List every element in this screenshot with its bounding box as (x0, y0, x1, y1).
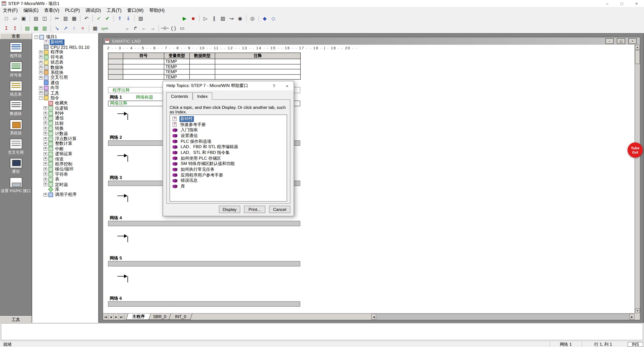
help-topic-libraries[interactable]: 库 (170, 184, 287, 189)
expand-toggle[interactable]: + (39, 66, 43, 69)
clear-bookmarks-icon[interactable]: ◇ (269, 14, 277, 23)
expand-toggle[interactable]: + (39, 76, 43, 80)
print-preview-icon[interactable]: ◫ (40, 14, 49, 23)
stop-icon[interactable]: ■ (189, 14, 197, 23)
restore-icon[interactable]: ◱ (617, 38, 625, 44)
open-rung-arrow[interactable] (117, 232, 129, 242)
tree-item-counters[interactable]: +计数器 (32, 131, 98, 136)
trend-view-icon[interactable]: ↝ (227, 14, 236, 23)
tubeget-watermark-badge[interactable]: Tube Get (628, 143, 643, 158)
expand-toggle[interactable]: + (44, 167, 47, 171)
bookmark-icon[interactable]: ◆ (260, 14, 269, 23)
run-icon[interactable]: ▶ (180, 14, 189, 23)
data-type-cell[interactable] (189, 69, 215, 74)
expand-toggle[interactable]: + (44, 162, 47, 166)
tab-index[interactable]: Index (193, 92, 212, 100)
expand-toggle[interactable]: + (44, 137, 47, 141)
tab-scroll-prev[interactable]: ◀ (108, 314, 114, 320)
new-file-icon[interactable]: □ (2, 14, 11, 23)
comment-cell[interactable] (215, 74, 301, 79)
help-topic-quick-reference[interactable]: 快速参考手册 (170, 122, 287, 127)
data-type-cell[interactable] (189, 59, 215, 64)
menu-help[interactable]: 帮助(H) (146, 7, 168, 13)
open-rung-arrow[interactable] (117, 272, 129, 283)
nav-item-status-chart[interactable]: 状态表 (0, 80, 32, 99)
navigate-top-icon[interactable]: ↑ (70, 24, 78, 32)
close-icon[interactable]: × (280, 81, 294, 90)
tree-item-convert[interactable]: +转换 (32, 126, 98, 131)
options-icon[interactable]: ▧ (136, 14, 145, 23)
expand-toggle[interactable]: + (44, 106, 47, 110)
tree-item-tools[interactable]: +工具 (32, 91, 98, 96)
tree-item-shift-rotate[interactable]: +移位/循环 (32, 167, 98, 172)
expand-toggle[interactable]: + (39, 56, 43, 59)
expand-toggle[interactable]: + (44, 132, 47, 136)
scroll-right-icon[interactable]: ▶ (630, 314, 635, 320)
tab-int-0[interactable]: INT_0 (169, 314, 192, 320)
tree-item-cpu[interactable]: CPU 221 REL 01.10 (32, 45, 98, 50)
maximize-button[interactable]: □ (614, 0, 629, 7)
cancel-button[interactable]: Cancel (269, 206, 290, 213)
menu-debug[interactable]: 调试(D) (83, 7, 104, 13)
vertical-scrollbar[interactable]: ▲ ▼ (634, 45, 640, 313)
nav-item-data-block[interactable]: 数据块 (0, 99, 32, 119)
help-topic-whats-new[interactable]: 新特性 (170, 116, 287, 122)
scroll-up-icon[interactable]: ▲ (635, 45, 640, 50)
var-type-cell[interactable]: TEMP (164, 74, 189, 79)
menu-plc[interactable]: PLC(P) (62, 7, 83, 13)
line-left-icon[interactable]: ← (140, 24, 148, 32)
nav-item-set-pg-pc-interface[interactable]: 设置 PG/PC 接口 (0, 177, 32, 196)
comment-cell[interactable] (215, 59, 301, 64)
address-grid-icon[interactable]: ▦ (91, 24, 99, 32)
nav-item-symbol-table[interactable]: 符号表 (0, 61, 32, 80)
symbol-table-icon[interactable]: ▤ (23, 24, 31, 32)
tree-item-communications[interactable]: 通信 (32, 80, 98, 85)
var-type-cell[interactable]: TEMP (164, 59, 189, 64)
nav-footer-tools[interactable]: 工具 (0, 316, 32, 323)
nav-item-system-block[interactable]: 系统块 (0, 119, 32, 138)
insert-coil-icon[interactable]: ( ) (169, 24, 178, 32)
comment-cell[interactable] (215, 69, 301, 74)
compile-icon[interactable]: ✓ (95, 14, 103, 23)
tree-item-data-block[interactable]: +数据块 (32, 65, 98, 70)
navigate-up-icon[interactable]: ↗ (61, 24, 70, 32)
expand-toggle[interactable]: + (44, 172, 47, 176)
tree-item-libraries[interactable]: 库 (32, 187, 98, 192)
insert-row-icon[interactable]: ↧ (2, 24, 11, 32)
expand-toggle[interactable]: - (39, 96, 43, 100)
tree-item-table[interactable]: +表 (32, 177, 98, 182)
delete-row-icon[interactable]: ↥ (11, 24, 19, 32)
nav-item-program-block[interactable]: 程序块 (0, 41, 32, 61)
expand-toggle[interactable]: + (44, 193, 47, 197)
lad-titlebar[interactable]: SIMATIC LAD – ◱ × (103, 37, 640, 45)
force-icon[interactable]: ◉ (236, 14, 244, 23)
data-type-cell[interactable] (189, 64, 215, 69)
pause-status-icon[interactable]: ∥ (210, 14, 218, 23)
expand-toggle[interactable]: + (44, 111, 47, 115)
menu-file[interactable]: 文件(F) (0, 7, 21, 13)
copy-icon[interactable]: ▥ (61, 14, 70, 23)
tree-item-program-control[interactable]: +程序控制 (32, 162, 98, 167)
paste-icon[interactable]: ▦ (70, 14, 78, 23)
menu-view[interactable]: 查看(V) (41, 7, 62, 13)
insert-contact-icon[interactable]: ⊣⊢ (160, 24, 169, 32)
tree-item-compare[interactable]: +比较 (32, 121, 98, 126)
expand-toggle[interactable]: + (44, 147, 47, 151)
line-down-icon[interactable]: → (123, 24, 131, 32)
expand-toggle[interactable]: - (34, 35, 38, 39)
delete-element-icon[interactable]: × (78, 24, 87, 32)
tree-item-communications-instr[interactable]: +通信 (32, 116, 98, 121)
symbol-cell[interactable] (123, 69, 164, 74)
tree-item-move[interactable]: +传送 (32, 157, 98, 162)
expand-toggle[interactable]: + (44, 178, 47, 181)
symbol-cell[interactable] (123, 64, 164, 69)
network-6-comment-bar[interactable] (108, 301, 300, 307)
network-4-comment-bar[interactable] (108, 221, 300, 226)
nav-item-cross-reference[interactable]: 交叉引用 (0, 138, 32, 157)
tree-item-clock[interactable]: +时钟 (32, 111, 98, 116)
help-topic-error-messages[interactable]: 错误讯息 (170, 178, 287, 184)
var-type-cell[interactable]: TEMP (164, 64, 189, 69)
expand-toggle[interactable]: + (39, 86, 43, 90)
undo-icon[interactable]: ↶ (82, 14, 91, 23)
tab-contents[interactable]: Contents (166, 92, 193, 100)
